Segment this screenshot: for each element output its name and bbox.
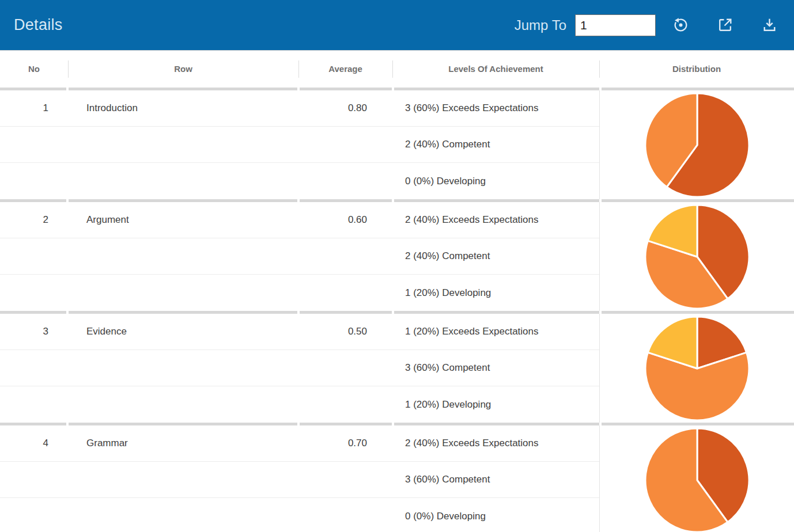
distribution-pie-chart	[599, 314, 794, 423]
table-row-group: 1 Introduction 0.80 3 (60%) Exceeds Expe…	[0, 88, 794, 199]
level-competent: 2 (40%) Competent	[392, 139, 599, 150]
jump-to-label: Jump To	[515, 17, 566, 33]
level-exceeds-expectations: 1 (20%) Exceeds Expectations	[392, 326, 599, 337]
reset-history-button[interactable]	[671, 16, 690, 35]
row-average: 0.80	[298, 102, 392, 114]
level-competent: 2 (40%) Competent	[392, 250, 599, 262]
open-in-new-button[interactable]	[715, 16, 735, 35]
page-title: Details	[14, 16, 63, 34]
table-body: 1 Introduction 0.80 3 (60%) Exceeds Expe…	[0, 88, 794, 532]
row-name: Argument	[68, 214, 298, 226]
level-developing: 0 (0%) Developing	[392, 176, 599, 187]
history-reset-icon	[671, 16, 690, 35]
table-row-group: 4 Grammar 0.70 2 (40%) Exceeds Expectati…	[0, 423, 794, 532]
row-number: 4	[0, 438, 68, 449]
level-developing: 1 (20%) Developing	[392, 287, 599, 299]
level-competent: 3 (60%) Competent	[392, 474, 599, 485]
column-header-row: Row	[68, 51, 298, 88]
distribution-pie-chart	[599, 425, 794, 532]
row-name: Grammar	[68, 438, 298, 449]
level-developing: 1 (20%) Developing	[392, 399, 599, 411]
level-exceeds-expectations: 2 (40%) Exceeds Expectations	[392, 438, 599, 449]
column-header-levels: Levels Of Achievement	[392, 51, 599, 88]
distribution-pie-chart	[599, 202, 794, 311]
table-row-group: 2 Argument 0.60 2 (40%) Exceeds Expectat…	[0, 199, 794, 311]
column-header-distribution: Distribution	[599, 51, 794, 88]
download-button[interactable]	[759, 16, 779, 35]
download-icon	[760, 16, 779, 35]
row-average: 0.70	[298, 438, 392, 449]
table-row-group: 3 Evidence 0.50 1 (20%) Exceeds Expectat…	[0, 311, 794, 423]
distribution-pie-chart	[599, 90, 794, 199]
top-bar: Details Jump To	[0, 0, 794, 51]
jump-to-input[interactable]	[575, 14, 656, 36]
column-header-no: No	[0, 51, 68, 88]
level-exceeds-expectations: 3 (60%) Exceeds Expectations	[392, 102, 599, 114]
row-name: Introduction	[68, 102, 298, 114]
row-average: 0.60	[298, 214, 392, 226]
row-number: 3	[0, 326, 68, 337]
topbar-controls: Jump To	[515, 14, 779, 36]
row-number: 2	[0, 214, 68, 226]
row-average: 0.50	[298, 326, 392, 337]
table-header: No Row Average Levels Of Achievement Dis…	[0, 51, 794, 88]
level-competent: 3 (60%) Competent	[392, 362, 599, 374]
details-panel: Details Jump To	[0, 0, 794, 532]
column-header-average: Average	[298, 51, 392, 88]
level-exceeds-expectations: 2 (40%) Exceeds Expectations	[392, 214, 599, 226]
level-developing: 0 (0%) Developing	[392, 511, 599, 522]
row-name: Evidence	[68, 326, 298, 337]
row-number: 1	[0, 102, 68, 114]
open-in-new-icon	[716, 16, 735, 35]
